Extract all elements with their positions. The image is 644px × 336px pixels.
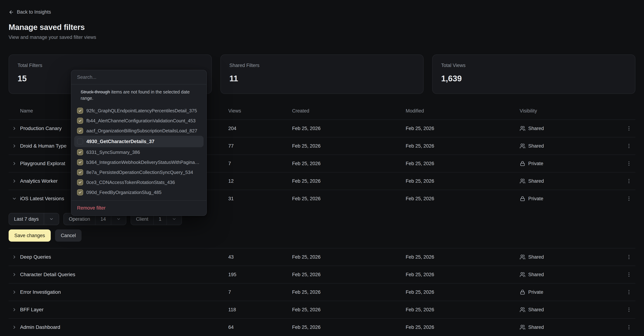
created-date: Feb 25, 2026 bbox=[292, 254, 406, 260]
filter-item-label: 090d_FeedByOrganizationSlug_485 bbox=[86, 190, 162, 195]
table-row[interactable]: Admin Dashboard 64 Feb 25, 2026 Feb 25, … bbox=[8, 318, 636, 336]
created-date: Feb 25, 2026 bbox=[292, 126, 406, 131]
row-menu-button[interactable] bbox=[622, 126, 636, 131]
checkbox-checked-icon[interactable] bbox=[77, 179, 83, 185]
kebab-icon bbox=[626, 161, 632, 166]
row-menu-button[interactable] bbox=[622, 161, 636, 166]
checkbox-checked-icon[interactable] bbox=[77, 169, 83, 175]
remove-filter-link[interactable]: Remove filter bbox=[71, 200, 206, 215]
filter-item[interactable]: b364_IntegrationWebhookDeliveryStatusWit… bbox=[74, 157, 204, 167]
filter-item-label: b364_IntegrationWebhookDeliveryStatusWit… bbox=[86, 160, 200, 165]
modified-date: Feb 25, 2026 bbox=[406, 325, 520, 330]
table-row[interactable]: Error Investigation 7 Feb 25, 2026 Feb 2… bbox=[8, 283, 636, 301]
checkbox-checked-icon[interactable] bbox=[77, 189, 83, 195]
users-icon bbox=[520, 143, 526, 149]
back-link-label: Back to Insights bbox=[17, 9, 51, 15]
kebab-icon bbox=[626, 324, 632, 330]
modified-date: Feb 25, 2026 bbox=[406, 307, 520, 313]
kebab-icon bbox=[626, 307, 632, 313]
chevron-right-icon[interactable] bbox=[8, 161, 20, 166]
back-to-insights-link[interactable]: Back to Insights bbox=[8, 9, 51, 15]
date-range-chip[interactable]: Last 7 days bbox=[8, 213, 59, 225]
chevron-right-icon[interactable] bbox=[8, 255, 20, 260]
filter-name: Admin Dashboard bbox=[20, 324, 228, 330]
stat-value: 11 bbox=[229, 74, 415, 83]
chevron-right-icon[interactable] bbox=[8, 143, 20, 148]
views-count: 204 bbox=[228, 126, 292, 131]
row-menu-button[interactable] bbox=[622, 307, 636, 313]
modified-date: Feb 25, 2026 bbox=[406, 143, 520, 149]
filter-item-label: aacf_OrganizationBillingSubscriptionDeta… bbox=[86, 128, 197, 134]
visibility-badge: Shared bbox=[520, 254, 622, 260]
filter-item[interactable]: 090d_FeedByOrganizationSlug_485 bbox=[74, 187, 204, 197]
views-count: 43 bbox=[228, 254, 292, 260]
cancel-button[interactable]: Cancel bbox=[55, 229, 82, 242]
row-menu-button[interactable] bbox=[622, 254, 636, 260]
filter-item[interactable]: aacf_OrganizationBillingSubscriptionDeta… bbox=[74, 126, 204, 136]
checkbox-checked-icon[interactable] bbox=[77, 159, 83, 165]
chevron-right-icon[interactable] bbox=[8, 272, 20, 277]
table-row[interactable]: BFF Layer 118 Feb 25, 2026 Feb 25, 2026 … bbox=[8, 301, 636, 318]
lock-icon bbox=[520, 196, 526, 202]
filter-name: Error Investigation bbox=[20, 289, 228, 295]
kebab-icon bbox=[626, 272, 632, 278]
checkbox-checked-icon[interactable] bbox=[77, 108, 83, 114]
row-menu-button[interactable] bbox=[622, 289, 636, 295]
filter-item[interactable]: 6331_SyncSummary_386 bbox=[74, 147, 204, 157]
row-menu-button[interactable] bbox=[622, 324, 636, 330]
row-menu-button[interactable] bbox=[622, 143, 636, 149]
row-menu-button[interactable] bbox=[622, 178, 636, 184]
lock-icon bbox=[520, 289, 526, 295]
modified-date: Feb 25, 2026 bbox=[406, 272, 520, 278]
filter-item[interactable]: fb44_AlertChannelConfigurationValidation… bbox=[74, 116, 204, 126]
filter-item-highlighted[interactable]: 4930_GetCharacterDetails_37 bbox=[74, 136, 204, 147]
column-header-visibility: Visibility bbox=[520, 108, 622, 114]
stat-label: Total Filters bbox=[18, 63, 203, 68]
users-icon bbox=[520, 126, 526, 131]
stat-card-shared-filters: Shared Filters 11 bbox=[220, 54, 424, 94]
views-count: 31 bbox=[228, 196, 292, 202]
filter-item[interactable]: 8e7a_PersistedOperationCollectionSyncQue… bbox=[74, 167, 204, 177]
filter-name: Character Detail Queries bbox=[20, 272, 228, 278]
filter-item-label: 6331_SyncSummary_386 bbox=[86, 150, 140, 155]
chevron-right-icon[interactable] bbox=[8, 126, 20, 131]
arrow-left-icon bbox=[8, 9, 14, 15]
filter-item[interactable]: 0ce3_CDNAccessTokenRotationStats_436 bbox=[74, 177, 204, 187]
chevron-down-icon[interactable] bbox=[8, 196, 20, 201]
chevron-right-icon[interactable] bbox=[8, 179, 20, 184]
table-row[interactable]: Character Detail Queries 195 Feb 25, 202… bbox=[8, 266, 636, 283]
filter-item-label: 4930_GetCharacterDetails_37 bbox=[86, 139, 154, 144]
chevron-down-icon[interactable] bbox=[44, 213, 59, 225]
filter-name: Deep Queries bbox=[20, 254, 228, 260]
table-row[interactable]: Deep Queries 43 Feb 25, 2026 Feb 25, 202… bbox=[8, 248, 636, 266]
row-menu-button[interactable] bbox=[622, 196, 636, 202]
checkbox-unchecked-icon[interactable] bbox=[77, 138, 83, 145]
chip-label: Last 7 days bbox=[9, 213, 44, 225]
views-count: 195 bbox=[228, 272, 292, 278]
views-count: 64 bbox=[228, 325, 292, 330]
popover-search[interactable] bbox=[71, 70, 206, 84]
page-subtitle: View and manage your saved filter views bbox=[8, 34, 636, 40]
stat-value: 1,639 bbox=[441, 74, 626, 83]
chevron-right-icon[interactable] bbox=[8, 325, 20, 330]
page-title: Manage saved filters bbox=[8, 23, 636, 32]
kebab-icon bbox=[626, 289, 632, 295]
checkbox-checked-icon[interactable] bbox=[77, 149, 83, 155]
modified-date: Feb 25, 2026 bbox=[406, 126, 520, 131]
stat-label: Total Views bbox=[441, 63, 626, 68]
filter-item-list: 92fc_GraphQLEndpointLatencyPercentilesDe… bbox=[71, 103, 206, 200]
row-menu-button[interactable] bbox=[622, 272, 636, 278]
created-date: Feb 25, 2026 bbox=[292, 272, 406, 278]
views-count: 77 bbox=[228, 143, 292, 149]
chevron-right-icon[interactable] bbox=[8, 290, 20, 295]
checkbox-checked-icon[interactable] bbox=[77, 118, 83, 124]
chevron-right-icon[interactable] bbox=[8, 307, 20, 312]
filter-item-label: 0ce3_CDNAccessTokenRotationStats_436 bbox=[86, 180, 175, 185]
filter-item[interactable]: 92fc_GraphQLEndpointLatencyPercentilesDe… bbox=[74, 106, 204, 116]
filter-name: BFF Layer bbox=[20, 307, 228, 313]
visibility-badge: Shared bbox=[520, 324, 622, 330]
search-input[interactable] bbox=[77, 74, 201, 80]
checkbox-checked-icon[interactable] bbox=[77, 128, 83, 134]
save-changes-button[interactable]: Save changes bbox=[8, 229, 51, 242]
created-date: Feb 25, 2026 bbox=[292, 143, 406, 149]
